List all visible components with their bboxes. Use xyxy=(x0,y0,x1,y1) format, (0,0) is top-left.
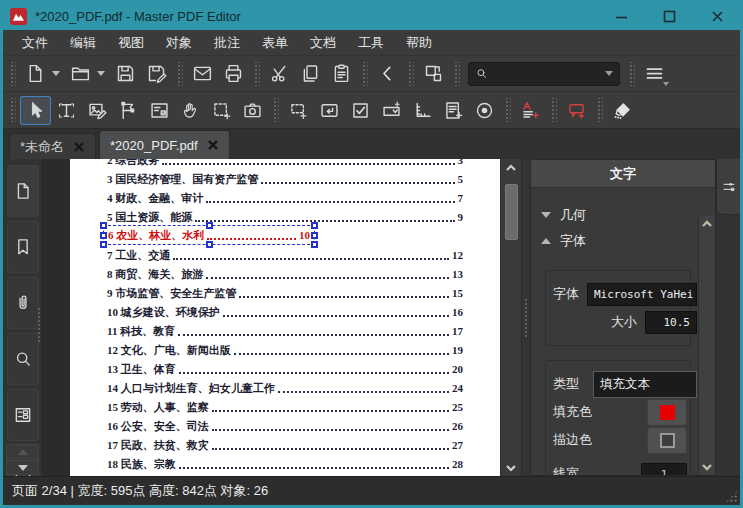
selection-handle[interactable] xyxy=(206,222,213,229)
save-as-button[interactable] xyxy=(141,59,172,88)
scroll-down-button[interactable] xyxy=(501,459,521,476)
toolbar-grip[interactable] xyxy=(176,62,183,86)
toolbar-grip[interactable] xyxy=(628,62,635,86)
search-panel-button[interactable] xyxy=(7,333,39,385)
selection-handle[interactable] xyxy=(100,241,107,248)
edit-image-tool-button[interactable] xyxy=(82,96,113,125)
menu-item-3[interactable]: 对象 xyxy=(155,30,203,56)
selection-handle[interactable] xyxy=(100,222,107,229)
selected-text-object[interactable]: 6 农业、林业、水利10 xyxy=(103,225,315,245)
print-button[interactable] xyxy=(218,59,249,88)
insert-checkbox-field-button[interactable] xyxy=(345,96,376,125)
toc-row-3: 3 国民经济管理、国有资产监管5 xyxy=(107,169,463,188)
toolbar-grip[interactable] xyxy=(272,98,279,122)
resize-grip[interactable] xyxy=(725,490,738,503)
menu-item-8[interactable]: 帮助 xyxy=(395,30,443,56)
send-by-email-button[interactable] xyxy=(187,59,218,88)
menu-item-5[interactable]: 表单 xyxy=(251,30,299,56)
insert-list-field-button[interactable] xyxy=(438,96,469,125)
menu-item-0[interactable]: 文件 xyxy=(11,30,59,56)
sidebar-splitter-handle[interactable] xyxy=(37,307,42,343)
edit-path-tool-button[interactable] xyxy=(113,96,144,125)
toolbar-grip[interactable] xyxy=(253,62,260,86)
section-font[interactable]: 字体 xyxy=(541,228,691,254)
pages-panel-button[interactable] xyxy=(7,165,39,217)
insert-text-box-button[interactable] xyxy=(283,96,314,125)
toolbar-grip[interactable] xyxy=(9,62,16,86)
add-text-annotation-button[interactable] xyxy=(515,96,546,125)
edit-text-tool-button[interactable] xyxy=(51,96,82,125)
document-tab-0[interactable]: *未命名 xyxy=(9,133,96,159)
chevron-down-icon[interactable] xyxy=(605,71,613,76)
toolbar-grip[interactable] xyxy=(596,98,603,122)
chevron-down-icon[interactable] xyxy=(52,71,60,76)
document-scrollbar[interactable] xyxy=(500,159,521,476)
main-menu-button[interactable] xyxy=(639,59,670,88)
save-button[interactable] xyxy=(110,59,141,88)
scrollbar-thumb[interactable] xyxy=(505,184,518,240)
menu-item-1[interactable]: 编辑 xyxy=(59,30,107,56)
toolbar-grip[interactable] xyxy=(504,98,511,122)
document-tab-1[interactable]: *2020_PDF.pdf xyxy=(99,130,229,159)
cut-button[interactable] xyxy=(264,59,295,88)
copy-button[interactable] xyxy=(295,59,326,88)
attachments-panel-button[interactable] xyxy=(7,277,39,329)
toolbar-grip[interactable] xyxy=(9,98,16,122)
close-icon[interactable] xyxy=(73,141,85,153)
panel-scrollbar[interactable] xyxy=(698,216,715,475)
section-geometry[interactable]: 几何 xyxy=(541,202,691,228)
bookmarks-panel-button[interactable] xyxy=(7,221,39,273)
menu-item-2[interactable]: 视图 xyxy=(107,30,155,56)
search-box[interactable] xyxy=(468,62,620,86)
font-size-field[interactable]: 10.5 xyxy=(645,311,697,334)
properties-toggle-tab[interactable] xyxy=(716,159,740,215)
scroll-up-button[interactable] xyxy=(501,159,521,176)
measure-tool-button[interactable] xyxy=(407,96,438,125)
fill-color-button[interactable] xyxy=(647,399,687,426)
snapshot-tool-button[interactable] xyxy=(237,96,268,125)
font-family-field[interactable]: Microsoft YaHei xyxy=(587,283,697,306)
new-document-button[interactable] xyxy=(20,59,51,88)
toolbar-grip[interactable] xyxy=(361,62,368,86)
organize-pages-button[interactable] xyxy=(418,59,449,88)
close-icon[interactable] xyxy=(207,139,219,151)
selection-handle[interactable] xyxy=(311,241,318,248)
paste-button[interactable] xyxy=(326,59,357,88)
add-callout-annotation-button[interactable] xyxy=(561,96,592,125)
close-button[interactable] xyxy=(701,4,733,28)
minimize-button[interactable] xyxy=(605,4,637,28)
toolbar-grip[interactable] xyxy=(407,62,414,86)
selection-handle[interactable] xyxy=(206,241,213,248)
highlighter-tool-button[interactable] xyxy=(607,96,638,125)
select-area-tool-button[interactable] xyxy=(206,96,237,125)
sidebar-scroll-down-button[interactable] xyxy=(6,460,39,475)
sidebar-scroll-up-button[interactable] xyxy=(6,444,39,459)
type-select[interactable]: 填充文本 xyxy=(593,371,697,398)
open-file-button[interactable] xyxy=(65,59,96,88)
selection-handle[interactable] xyxy=(311,232,318,239)
dotted-leader xyxy=(261,182,454,184)
hand-tool-button[interactable] xyxy=(175,96,206,125)
panel-splitter-handle[interactable] xyxy=(522,159,530,476)
insert-combobox-field-button[interactable] xyxy=(376,96,407,125)
menu-item-6[interactable]: 文档 xyxy=(299,30,347,56)
toolbar-grip[interactable] xyxy=(550,98,557,122)
search-input[interactable] xyxy=(488,67,605,81)
insert-radiobutton-field-button[interactable] xyxy=(469,96,500,125)
form-fields-panel-button[interactable] xyxy=(7,389,39,441)
selection-handle[interactable] xyxy=(311,222,318,229)
pdf-page[interactable]: 2 综合政务33 国民经济管理、国有资产监管54 财政、金融、审计75 国土资源… xyxy=(70,159,500,476)
select-tool-button[interactable] xyxy=(20,96,51,125)
selection-handle[interactable] xyxy=(100,232,107,239)
chevron-down-icon[interactable] xyxy=(97,71,105,76)
line-width-field[interactable]: 1 xyxy=(641,463,687,476)
menu-item-4[interactable]: 批注 xyxy=(203,30,251,56)
toc-row-6[interactable]: 6 农业、林业、水利10 xyxy=(107,226,463,245)
maximize-button[interactable] xyxy=(653,4,685,28)
navigate-back-button[interactable] xyxy=(372,59,403,88)
edit-forms-tool-button[interactable] xyxy=(144,96,175,125)
toolbar-grip[interactable] xyxy=(453,62,460,86)
menu-item-7[interactable]: 工具 xyxy=(347,30,395,56)
insert-button-field-button[interactable] xyxy=(314,96,345,125)
stroke-color-button[interactable] xyxy=(647,427,687,454)
